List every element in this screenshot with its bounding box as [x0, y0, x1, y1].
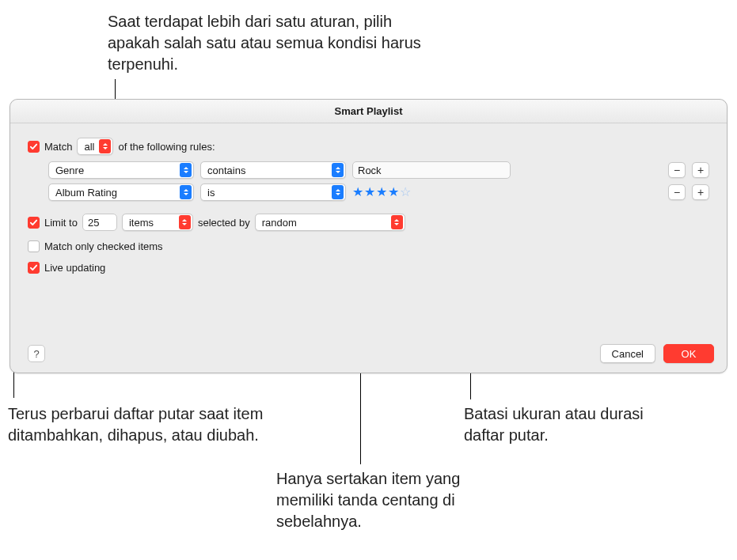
rule-field-select[interactable]: Genre: [48, 161, 194, 179]
limit-row: Limit to 25 items selected by random: [28, 214, 709, 231]
limit-checkbox[interactable]: [28, 217, 40, 229]
match-mode-value: all: [84, 141, 94, 153]
live-updating-label: Live updating: [44, 262, 105, 274]
star-icon: ★: [388, 186, 399, 199]
stepper-icon: [332, 163, 344, 177]
match-only-checked-row: Match only checked items: [28, 240, 709, 252]
limit-unit-select[interactable]: items: [122, 214, 193, 231]
rule-field-value: Album Rating: [55, 187, 117, 199]
selected-by-value: random: [262, 217, 297, 229]
selected-by-select[interactable]: random: [255, 214, 405, 231]
star-icon: ★: [376, 186, 387, 199]
live-updating-checkbox[interactable]: [28, 262, 40, 274]
star-icon: ★: [352, 186, 363, 199]
stepper-icon: [179, 215, 191, 229]
star-outline-icon: ☆: [400, 186, 411, 199]
match-only-checked-checkbox[interactable]: [28, 240, 40, 252]
stepper-icon: [180, 163, 192, 177]
callout-left: Terus perbarui daftar putar saat item di…: [8, 403, 269, 446]
rules-list: Genre contains Rock − +: [48, 161, 709, 201]
match-mode-select[interactable]: all: [77, 138, 113, 155]
selected-by-label: selected by: [198, 217, 250, 229]
rule-row: Genre contains Rock − +: [48, 161, 709, 179]
stepper-icon: [391, 215, 403, 229]
dialog-footer: ? Cancel OK: [10, 344, 727, 363]
rule-operator-select[interactable]: contains: [200, 161, 346, 179]
help-button[interactable]: ?: [28, 345, 45, 362]
match-suffix: of the following rules:: [118, 141, 215, 153]
stepper-icon: [99, 139, 111, 153]
limit-label: Limit to: [44, 217, 78, 229]
limit-count-value: 25: [88, 217, 99, 229]
match-checkbox[interactable]: [28, 141, 40, 153]
rule-operator-select[interactable]: is: [200, 184, 346, 201]
rule-operator-value: contains: [207, 165, 245, 176]
rule-row: Album Rating is ★ ★ ★ ★ ☆: [48, 184, 709, 201]
add-rule-button[interactable]: +: [692, 162, 709, 178]
callout-top: Saat terdapat lebih dari satu aturan, pi…: [108, 11, 424, 75]
stepper-icon: [332, 185, 344, 199]
ok-button[interactable]: OK: [663, 344, 714, 363]
callout-right: Batasi ukuran atau durasi daftar putar.: [464, 403, 670, 446]
match-row: Match all of the following rules:: [28, 138, 709, 155]
rule-value-text: Rock: [358, 165, 382, 176]
rule-field-select[interactable]: Album Rating: [48, 184, 194, 201]
match-prefix: Match: [44, 141, 72, 153]
remove-rule-button[interactable]: −: [668, 184, 686, 200]
add-rule-button[interactable]: +: [692, 184, 709, 200]
star-icon: ★: [364, 186, 375, 199]
live-updating-row: Live updating: [28, 262, 709, 274]
dialog-title: Smart Playlist: [10, 100, 727, 123]
match-only-checked-label: Match only checked items: [44, 240, 163, 252]
rule-value-input[interactable]: Rock: [352, 161, 511, 179]
remove-rule-button[interactable]: −: [668, 162, 686, 178]
rule-field-value: Genre: [55, 165, 84, 176]
stepper-icon: [180, 185, 192, 199]
rule-value-stars[interactable]: ★ ★ ★ ★ ☆: [352, 186, 411, 199]
limit-unit-value: items: [129, 217, 154, 229]
limit-count-input[interactable]: 25: [82, 214, 117, 231]
cancel-button[interactable]: Cancel: [600, 344, 655, 363]
rule-operator-value: is: [207, 187, 215, 199]
callout-mid: Hanya sertakan item yang memiliki tanda …: [276, 468, 498, 532]
smart-playlist-dialog: Smart Playlist Match all of the followin…: [9, 99, 728, 373]
